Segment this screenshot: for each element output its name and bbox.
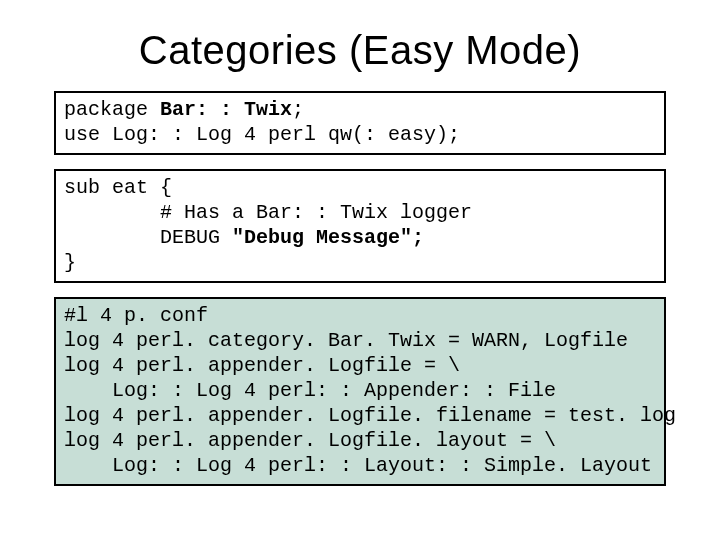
code-line: package Bar: : Twix; <box>64 97 656 122</box>
text: ; <box>292 98 304 121</box>
code-line: } <box>64 250 656 275</box>
text: DEBUG <box>64 226 232 249</box>
package-name: Bar: : Twix <box>160 98 292 121</box>
code-line: sub eat { <box>64 175 656 200</box>
code-line: Log: : Log 4 perl: : Layout: : Simple. L… <box>64 453 656 478</box>
code-line: log 4 perl. appender. Logfile. layout = … <box>64 428 656 453</box>
slide: Categories (Easy Mode) package Bar: : Tw… <box>0 0 720 540</box>
slide-title: Categories (Easy Mode) <box>54 28 666 73</box>
code-line: use Log: : Log 4 perl qw(: easy); <box>64 122 656 147</box>
code-line: DEBUG "Debug Message"; <box>64 225 656 250</box>
code-block-sub: sub eat { # Has a Bar: : Twix logger DEB… <box>54 169 666 283</box>
code-line: log 4 perl. appender. Logfile = \ <box>64 353 656 378</box>
code-line: #l 4 p. conf <box>64 303 656 328</box>
debug-message: "Debug Message"; <box>232 226 424 249</box>
code-block-package: package Bar: : Twix;use Log: : Log 4 per… <box>54 91 666 155</box>
code-line: log 4 perl. appender. Logfile. filename … <box>64 403 656 428</box>
code-block-conf: #l 4 p. conflog 4 perl. category. Bar. T… <box>54 297 666 486</box>
code-line: # Has a Bar: : Twix logger <box>64 200 656 225</box>
text: package <box>64 98 160 121</box>
code-line: Log: : Log 4 perl: : Appender: : File <box>64 378 656 403</box>
code-line: log 4 perl. category. Bar. Twix = WARN, … <box>64 328 656 353</box>
